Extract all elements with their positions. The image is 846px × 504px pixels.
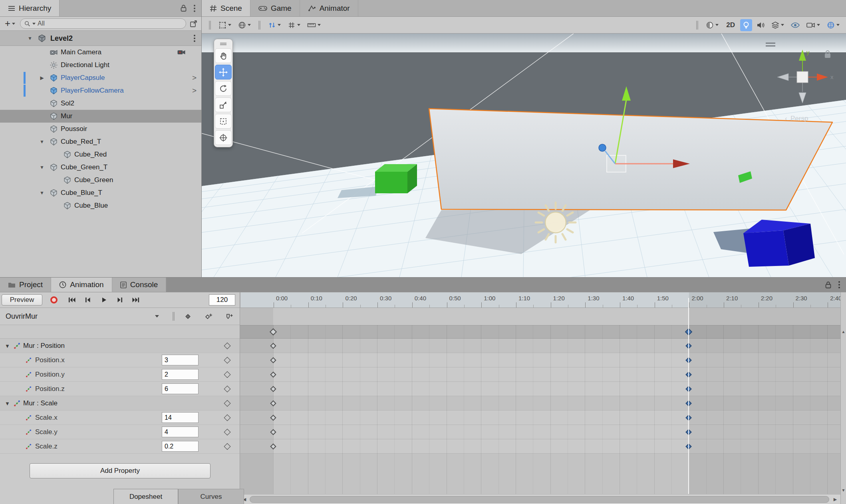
create-object-button[interactable]: +: [3, 18, 17, 29]
kebab-menu-icon[interactable]: [838, 280, 840, 289]
keyframe-toggle-button[interactable]: [224, 429, 231, 435]
lock-icon[interactable]: [180, 4, 187, 12]
hierarchy-item-mur[interactable]: Mur: [0, 110, 201, 123]
dopesheet-row[interactable]: [240, 425, 840, 439]
property-position-x[interactable]: Position.x: [0, 353, 240, 367]
scroll-up-icon[interactable]: ▲: [841, 329, 846, 334]
clip-dropdown[interactable]: OuvrirMur: [6, 312, 38, 321]
playhead[interactable]: [688, 298, 689, 494]
last-frame-button[interactable]: [128, 294, 144, 306]
toolstrip-drag-handle[interactable]: [215, 41, 232, 47]
position-y-value-field[interactable]: [162, 369, 199, 380]
move-tool-button[interactable]: [215, 65, 232, 79]
record-button[interactable]: [46, 296, 62, 304]
property-scale-z[interactable]: Scale.z: [0, 439, 240, 454]
horizontal-scrollbar[interactable]: ◀ ▶: [240, 494, 840, 504]
foldout-toggle[interactable]: ▼: [5, 343, 10, 349]
hierarchy-item-cube-red-t[interactable]: ▼Cube_Red_T: [0, 135, 201, 148]
scene-viewport[interactable]: ‹ Persp: [202, 34, 846, 277]
scene-header-row[interactable]: ▼ Level2: [0, 31, 201, 46]
toolbar-handle[interactable]: [209, 21, 211, 30]
column-splitter[interactable]: [240, 292, 240, 504]
lighting-toggle-button[interactable]: [740, 19, 752, 31]
increment-snap-button[interactable]: [305, 19, 323, 31]
horizontal-scrollbar-thumb[interactable]: [250, 496, 829, 503]
hierarchy-item-playercapsule[interactable]: ▶PlayerCapsule>: [0, 71, 201, 84]
gizmo-center-cube[interactable]: [797, 71, 808, 83]
dopesheet-row[interactable]: [240, 396, 840, 411]
tab-animation[interactable]: Animation: [51, 278, 112, 292]
scale-z-value-field[interactable]: [162, 441, 199, 452]
tab-console[interactable]: Console: [112, 278, 167, 292]
tab-scene[interactable]: Scene: [202, 0, 250, 16]
dopesheet-row[interactable]: [240, 353, 840, 367]
hierarchy-item-directional-light[interactable]: Directional Light: [0, 59, 201, 71]
preview-toggle-button[interactable]: Preview: [2, 294, 42, 306]
hierarchy-item-cube-green[interactable]: Cube_Green: [0, 174, 201, 187]
scale-x-value-field[interactable]: [162, 412, 199, 423]
hierarchy-item-cube-green-t[interactable]: ▼Cube_Green_T: [0, 161, 201, 174]
lock-icon[interactable]: [825, 281, 832, 289]
add-property-button[interactable]: Add Property: [30, 463, 211, 478]
hierarchy-item-main-camera[interactable]: Main Camera: [0, 46, 201, 59]
foldout-toggle[interactable]: ▶: [38, 75, 46, 81]
position-z-value-field[interactable]: [162, 383, 199, 394]
scene-visibility-button[interactable]: [788, 19, 802, 31]
keyframe-toggle-button[interactable]: [224, 385, 231, 392]
blue-cube-object[interactable]: [743, 220, 815, 267]
property-scale-x[interactable]: Scale.x: [0, 411, 240, 425]
dopesheet-row[interactable]: [240, 382, 840, 396]
add-keyframe-selected-button[interactable]: [179, 310, 197, 323]
foldout-toggle[interactable]: ▼: [38, 190, 46, 196]
scroll-right-icon[interactable]: ▶: [831, 494, 840, 504]
prefab-chevron-icon[interactable]: >: [192, 73, 197, 82]
dopesheet-row[interactable]: [240, 367, 840, 382]
tab-hierarchy[interactable]: Hierarchy: [0, 0, 60, 16]
view-2d-button[interactable]: 2D: [723, 19, 738, 31]
snap-toggle-button[interactable]: [266, 19, 283, 31]
transform-tool-button[interactable]: [215, 130, 232, 145]
scale-tool-button[interactable]: [215, 97, 232, 112]
audio-toggle-button[interactable]: [754, 19, 767, 31]
kebab-menu-icon[interactable]: [193, 4, 196, 13]
tool-handle-position-button[interactable]: [236, 19, 253, 31]
position-x-value-field[interactable]: [162, 355, 199, 365]
keyframe-toggle-button[interactable]: [224, 357, 231, 363]
vertical-scrollbar[interactable]: ▲ ▼: [840, 292, 846, 504]
hand-tool-button[interactable]: [215, 48, 232, 63]
first-frame-button[interactable]: [64, 294, 80, 306]
effects-toggle-button[interactable]: [769, 19, 786, 31]
grid-snapping-button[interactable]: [285, 19, 303, 31]
scroll-down-icon[interactable]: ▼: [841, 488, 846, 492]
foldout-toggle[interactable]: ▼: [5, 400, 10, 406]
foldout-toggle[interactable]: ▼: [38, 165, 46, 170]
foldout-toggle[interactable]: ▼: [38, 139, 46, 145]
tab-animator[interactable]: Animator: [300, 0, 358, 16]
dopesheet-row[interactable]: [240, 439, 840, 454]
camera-settings-button[interactable]: [804, 19, 822, 31]
hierarchy-search-input[interactable]: All: [20, 18, 186, 29]
gizmos-button[interactable]: [824, 19, 842, 31]
hierarchy-item-poussoir[interactable]: Poussoir: [0, 123, 201, 135]
frame-field[interactable]: [209, 294, 235, 306]
property-scale-y[interactable]: Scale.y: [0, 425, 240, 439]
property-position-y[interactable]: Position.y: [0, 367, 240, 382]
keyframe-toggle-button[interactable]: [224, 371, 231, 378]
timeline-ruler[interactable]: 0:000:100:200:300:400:501:001:101:201:30…: [240, 292, 840, 308]
add-keyframe-button[interactable]: [200, 310, 217, 323]
scale-y-value-field[interactable]: [162, 427, 199, 437]
foldout-open-icon[interactable]: ▼: [26, 36, 34, 41]
dopesheet-background[interactable]: [240, 308, 840, 494]
hierarchy-item-playerfollowcamera[interactable]: PlayerFollowCamera>: [0, 84, 201, 97]
toolbar-handle[interactable]: [696, 21, 698, 30]
dopesheet-row[interactable]: [240, 339, 840, 353]
prefab-chevron-icon[interactable]: >: [192, 86, 197, 95]
property-position-z[interactable]: Position.z: [0, 382, 240, 396]
hierarchy-item-cube-blue-t[interactable]: ▼Cube_Blue_T: [0, 187, 201, 199]
green-cube-object[interactable]: [375, 164, 417, 193]
keyframe-toggle-button[interactable]: [224, 342, 231, 349]
property-group-mur-scale[interactable]: ▼Mur : Scale: [0, 396, 240, 411]
property-group-mur-position[interactable]: ▼Mur : Position: [0, 339, 240, 353]
previous-key-button[interactable]: [80, 294, 96, 306]
pick-object-icon[interactable]: [189, 19, 198, 28]
